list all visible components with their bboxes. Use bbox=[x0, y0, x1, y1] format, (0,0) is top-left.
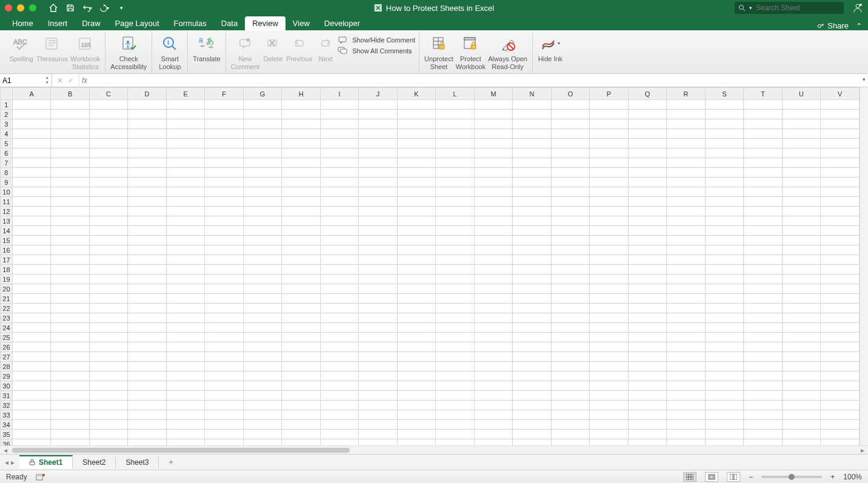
cell[interactable] bbox=[628, 275, 667, 284]
cell[interactable] bbox=[205, 352, 243, 362]
window-maximize-button[interactable] bbox=[29, 4, 36, 12]
cell[interactable] bbox=[474, 158, 513, 168]
cell[interactable] bbox=[744, 284, 782, 294]
cell[interactable] bbox=[551, 226, 590, 236]
cell[interactable] bbox=[397, 245, 436, 255]
cell[interactable] bbox=[705, 371, 744, 381]
cell[interactable] bbox=[397, 168, 436, 178]
cell[interactable] bbox=[51, 226, 90, 236]
cell[interactable] bbox=[89, 168, 128, 178]
cell[interactable] bbox=[667, 401, 706, 410]
cell[interactable] bbox=[12, 401, 51, 410]
cell[interactable] bbox=[128, 381, 167, 391]
cell[interactable] bbox=[436, 158, 474, 168]
cell[interactable] bbox=[282, 110, 321, 119]
cell[interactable] bbox=[551, 207, 590, 216]
cell[interactable] bbox=[705, 410, 744, 420]
cell[interactable] bbox=[590, 207, 629, 216]
row-header[interactable]: 6 bbox=[1, 148, 13, 158]
cell[interactable] bbox=[705, 439, 744, 446]
cell[interactable] bbox=[436, 197, 474, 207]
cell[interactable] bbox=[821, 197, 860, 207]
cell[interactable] bbox=[821, 342, 860, 352]
cell[interactable] bbox=[397, 430, 436, 439]
cell[interactable] bbox=[436, 362, 474, 371]
cell[interactable] bbox=[51, 158, 90, 168]
cell[interactable] bbox=[821, 119, 860, 129]
cell[interactable] bbox=[513, 226, 552, 236]
cell[interactable] bbox=[744, 207, 782, 216]
cell[interactable] bbox=[513, 381, 552, 391]
cell[interactable] bbox=[551, 333, 590, 342]
tab-view[interactable]: View bbox=[285, 16, 317, 30]
cell[interactable] bbox=[51, 391, 90, 401]
cell[interactable] bbox=[590, 420, 629, 430]
cell[interactable] bbox=[590, 187, 629, 197]
cell[interactable] bbox=[12, 381, 51, 391]
cell[interactable] bbox=[128, 342, 167, 352]
share-button[interactable]: Share bbox=[812, 21, 853, 30]
cell[interactable] bbox=[551, 197, 590, 207]
cell[interactable] bbox=[705, 168, 744, 178]
cell[interactable] bbox=[782, 255, 821, 265]
cell[interactable] bbox=[282, 100, 321, 110]
cell[interactable] bbox=[782, 371, 821, 381]
cell[interactable] bbox=[551, 187, 590, 197]
cell[interactable] bbox=[628, 207, 667, 216]
cell[interactable] bbox=[628, 410, 667, 420]
cell[interactable] bbox=[667, 294, 706, 304]
cell[interactable] bbox=[397, 197, 436, 207]
cell[interactable] bbox=[821, 313, 860, 323]
cell[interactable] bbox=[282, 333, 321, 342]
row-header[interactable]: 19 bbox=[1, 275, 13, 284]
cell[interactable] bbox=[705, 139, 744, 148]
cell[interactable] bbox=[320, 207, 358, 216]
cell[interactable] bbox=[397, 119, 436, 129]
cell[interactable] bbox=[474, 187, 513, 197]
cell[interactable] bbox=[359, 323, 397, 333]
cell[interactable] bbox=[397, 216, 436, 226]
cell[interactable] bbox=[628, 284, 667, 294]
cell[interactable] bbox=[359, 333, 397, 342]
cell[interactable] bbox=[359, 245, 397, 255]
cell[interactable] bbox=[513, 255, 552, 265]
cell[interactable] bbox=[590, 110, 629, 119]
cell[interactable] bbox=[128, 110, 167, 119]
cell[interactable] bbox=[359, 275, 397, 284]
column-header[interactable]: P bbox=[590, 88, 629, 100]
cell[interactable] bbox=[320, 381, 358, 391]
previous-comment-button[interactable]: Previous bbox=[285, 32, 313, 63]
cell[interactable] bbox=[628, 148, 667, 158]
cell[interactable] bbox=[243, 168, 282, 178]
row-header[interactable]: 2 bbox=[1, 110, 13, 119]
cell[interactable] bbox=[51, 245, 90, 255]
cell[interactable] bbox=[166, 148, 205, 158]
cell[interactable] bbox=[513, 430, 552, 439]
cancel-formula-icon[interactable]: ✕ bbox=[57, 76, 63, 85]
cell[interactable] bbox=[397, 439, 436, 446]
cell[interactable] bbox=[128, 148, 167, 158]
cell[interactable] bbox=[474, 168, 513, 178]
cell[interactable] bbox=[782, 207, 821, 216]
cell[interactable] bbox=[128, 100, 167, 110]
cell[interactable] bbox=[51, 100, 90, 110]
cell[interactable] bbox=[705, 197, 744, 207]
cell[interactable] bbox=[89, 226, 128, 236]
cell[interactable] bbox=[628, 439, 667, 446]
cell[interactable] bbox=[205, 236, 243, 245]
cell[interactable] bbox=[282, 129, 321, 139]
cell[interactable] bbox=[12, 197, 51, 207]
sheet-tab-sheet1[interactable]: Sheet1 bbox=[19, 455, 73, 468]
cell[interactable] bbox=[436, 187, 474, 197]
cell[interactable] bbox=[705, 207, 744, 216]
cell[interactable] bbox=[128, 371, 167, 381]
cell[interactable] bbox=[744, 342, 782, 352]
column-header[interactable]: R bbox=[667, 88, 706, 100]
cell[interactable] bbox=[474, 139, 513, 148]
cell[interactable] bbox=[243, 226, 282, 236]
cell[interactable] bbox=[89, 216, 128, 226]
cell[interactable] bbox=[474, 275, 513, 284]
cell[interactable] bbox=[359, 168, 397, 178]
cell[interactable] bbox=[166, 216, 205, 226]
cell[interactable] bbox=[782, 439, 821, 446]
